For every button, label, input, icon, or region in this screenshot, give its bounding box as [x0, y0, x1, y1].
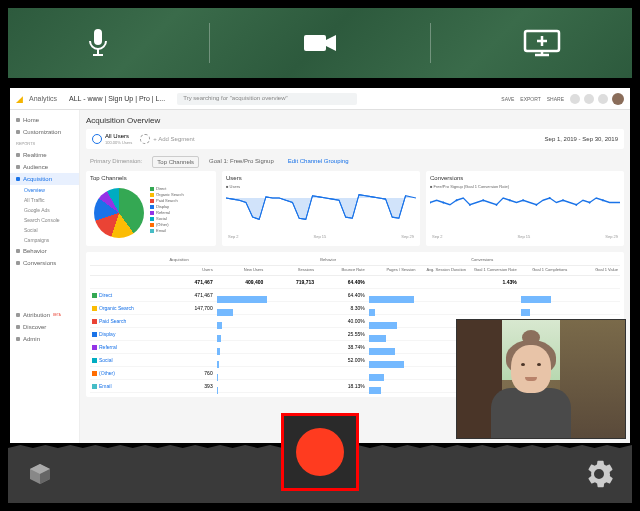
segment-add[interactable]: + Add Segment	[140, 134, 194, 144]
svg-point-11	[456, 199, 458, 201]
primary-dim-label: Primary Dimension:	[86, 156, 146, 168]
svg-rect-3	[304, 35, 326, 51]
sidebar-item-home[interactable]: Home	[10, 114, 79, 126]
divider	[209, 23, 210, 63]
sidebar-sub-social[interactable]: Social	[10, 225, 79, 235]
dimension-tabs: Primary Dimension: Top Channels Goal 1: …	[86, 153, 624, 171]
svg-point-10	[442, 201, 444, 203]
webcam-feed	[457, 320, 625, 438]
notifications-icon[interactable]	[570, 94, 580, 104]
page-actions: SAVE EXPORT SHARE	[501, 96, 564, 102]
add-screen-icon	[522, 28, 562, 58]
card-conversions: Conversions ■ Free/Pro Signup (Goal 1 Co…	[426, 171, 624, 246]
sidebar-item-attribution[interactable]: AttributionBETA	[10, 309, 79, 321]
ga-logo-icon: ◢	[16, 94, 23, 104]
segment-row: All Users100.00% Users + Add Segment Sep…	[86, 129, 624, 149]
card-users: Users ■ Users Sep 2Sep 15Sep 29	[222, 171, 420, 246]
pie-chart	[94, 188, 144, 238]
users-line-chart	[226, 189, 416, 234]
svg-point-22	[602, 199, 604, 201]
camera-icon	[302, 31, 338, 55]
settings-button[interactable]	[584, 459, 614, 493]
card-title: Users	[226, 175, 416, 181]
sidebar-item-admin[interactable]: Admin	[10, 333, 79, 345]
page-title: Acquisition Overview	[86, 116, 624, 125]
sidebar-item-behavior[interactable]: Behavior	[10, 245, 79, 257]
svg-point-18	[549, 197, 551, 199]
table-row[interactable]: Direct 471,467 64.40%	[90, 289, 620, 302]
save-button[interactable]: SAVE	[501, 96, 514, 102]
gear-icon	[584, 459, 614, 489]
sidebar-item-customization[interactable]: Customization	[10, 126, 79, 138]
avatar[interactable]	[612, 93, 624, 105]
sidebar-sub-googleads[interactable]: Google Ads	[10, 205, 79, 215]
record-button[interactable]	[281, 413, 359, 491]
card-title: Conversions	[430, 175, 620, 181]
mic-button[interactable]	[28, 18, 168, 68]
card-title: Top Channels	[90, 175, 212, 181]
search-input[interactable]: Try searching for "acquisition overview"	[177, 93, 357, 105]
segment-all-users[interactable]: All Users100.00% Users	[92, 133, 132, 145]
ga-sidebar: Home Customization REPORTS Realtime Audi…	[10, 110, 80, 443]
record-icon	[296, 428, 344, 476]
help-icon[interactable]	[584, 94, 594, 104]
sidebar-sub-alltraffic[interactable]: All Traffic	[10, 195, 79, 205]
conversions-line-chart	[430, 189, 620, 234]
sidebar-item-audience[interactable]: Audience	[10, 161, 79, 173]
svg-point-13	[482, 199, 484, 201]
tab-edit-grouping[interactable]: Edit Channel Grouping	[284, 156, 353, 168]
webcam-overlay[interactable]	[456, 319, 626, 439]
apps-icon[interactable]	[598, 94, 608, 104]
svg-point-21	[589, 201, 591, 203]
sidebar-item-realtime[interactable]: Realtime	[10, 149, 79, 161]
header-icons	[570, 93, 624, 105]
date-range[interactable]: Sep 1, 2019 - Sep 30, 2019	[545, 136, 618, 142]
svg-rect-0	[94, 29, 102, 45]
divider	[430, 23, 431, 63]
sidebar-sub-campaigns[interactable]: Campaigns	[10, 235, 79, 245]
add-screen-button[interactable]	[472, 18, 612, 68]
tab-goal[interactable]: Goal 1: Free/Pro Signup	[205, 156, 278, 168]
svg-point-20	[575, 204, 577, 206]
svg-point-16	[522, 199, 524, 201]
share-button[interactable]: SHARE	[547, 96, 564, 102]
svg-point-19	[562, 199, 564, 201]
app-logo-icon[interactable]	[26, 460, 54, 492]
export-button[interactable]: EXPORT	[520, 96, 540, 102]
pie-legend: Direct Organic Search Paid Search Displa…	[148, 184, 186, 242]
sidebar-sub-searchconsole[interactable]: Search Console	[10, 215, 79, 225]
sidebar-header: REPORTS	[10, 138, 79, 149]
svg-point-14	[496, 204, 498, 206]
svg-point-17	[535, 204, 537, 206]
sidebar-sub-overview[interactable]: Overview	[10, 185, 79, 195]
table-totals: 471,467 409,400 719,713 64.40% 1.43%	[90, 276, 620, 289]
table-header: Users New Users Sessions Bounce Rate Pag…	[90, 266, 620, 276]
table-row[interactable]: Organic Search 147,700 8.30%	[90, 302, 620, 315]
ga-header: ◢ Analytics ALL - www | Sign Up | Pro | …	[10, 88, 630, 110]
table-group-header: Acquisition Behavior Conversions	[90, 256, 620, 266]
camera-button[interactable]	[250, 18, 390, 68]
recorder-topbar	[8, 8, 632, 78]
card-top-channels: Top Channels Direct Organic Search Paid …	[86, 171, 216, 246]
svg-point-15	[509, 199, 511, 201]
microphone-icon	[85, 27, 111, 59]
sidebar-item-discover[interactable]: Discover	[10, 321, 79, 333]
ga-brand: Analytics	[29, 95, 57, 102]
sidebar-item-conversions[interactable]: Conversions	[10, 257, 79, 269]
svg-point-12	[469, 204, 471, 206]
property-selector[interactable]: ALL - www | Sign Up | Pro | L...	[63, 93, 171, 104]
tab-top-channels[interactable]: Top Channels	[152, 156, 199, 168]
sidebar-item-acquisition[interactable]: Acquisition	[10, 173, 79, 185]
captured-screen: ◢ Analytics ALL - www | Sign Up | Pro | …	[10, 88, 630, 443]
